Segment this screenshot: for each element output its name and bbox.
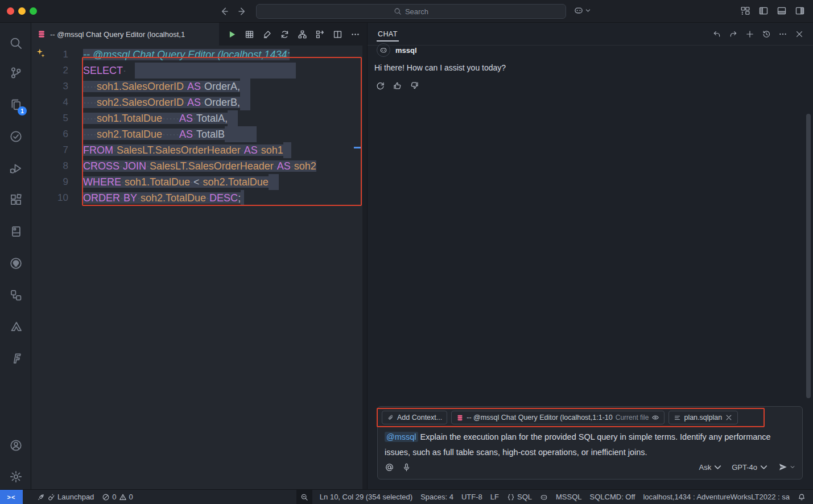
close-window-button[interactable] — [7, 7, 14, 15]
minimize-window-button[interactable] — [18, 7, 26, 15]
current-file-chip[interactable]: -- @mssql Chat Query Editor (localhost,1… — [451, 411, 665, 424]
status-encoding[interactable]: UTF-8 — [457, 490, 486, 504]
activity-item-gear[interactable] — [0, 467, 31, 486]
status-notifications[interactable] — [794, 490, 810, 504]
undo-icon[interactable] — [712, 30, 721, 39]
line-number: 5 — [31, 110, 83, 126]
activity-item-fabric[interactable] — [0, 349, 31, 368]
activity-item-source-control[interactable] — [0, 63, 31, 82]
layout-panel-icon[interactable] — [777, 6, 787, 16]
ellipsis-icon[interactable] — [350, 30, 360, 39]
send-button[interactable] — [778, 462, 795, 472]
status-language-mode[interactable]: SQL — [503, 490, 536, 504]
token: AS — [187, 97, 201, 108]
token: TotalB — [196, 129, 225, 140]
arrow-left-icon[interactable] — [219, 6, 230, 17]
activity-item-run-debug[interactable] — [0, 159, 31, 178]
plan-estimated-icon[interactable] — [298, 30, 307, 39]
run-icon[interactable] — [227, 30, 237, 39]
activity-item-explorer[interactable]: 1 — [0, 95, 31, 114]
token: SalesLT.SalesOrderHeader — [117, 144, 241, 156]
token: soh2 — [294, 160, 316, 172]
list-icon — [674, 414, 681, 422]
zoom-window-button[interactable] — [30, 7, 37, 15]
status-launchpad[interactable]: Launchpad — [33, 490, 98, 504]
activity-item-extensions[interactable] — [0, 190, 31, 209]
token: OrderB, — [204, 97, 240, 108]
copilot-icon — [540, 493, 548, 501]
code-text: ····soh1.SalesOrderID·AS·OrderA, — [83, 79, 250, 94]
status-zoom-control[interactable] — [296, 490, 312, 504]
add-context-chip[interactable]: Add Context... — [382, 411, 447, 424]
split-editor-icon[interactable] — [333, 30, 342, 39]
at-icon[interactable] — [385, 462, 394, 472]
history-icon[interactable] — [762, 30, 771, 39]
activity-item-notebook[interactable] — [0, 222, 31, 241]
activity-item-check-circle[interactable] — [0, 127, 31, 146]
status-connection[interactable]: localhost,1434 : AdventureWorksLT2022 : … — [639, 490, 794, 504]
status-indentation[interactable]: Spaces: 4 — [416, 490, 457, 504]
status-sqlcmd[interactable]: SQLCMD: Off — [586, 490, 639, 504]
mode-dropdown[interactable]: Ask — [699, 462, 723, 472]
token: BY — [123, 192, 137, 204]
status-cursor-position[interactable]: Ln 10, Col 29 (354 selected) — [316, 490, 416, 504]
activity-item-links[interactable] — [0, 286, 31, 305]
activity-item-search[interactable] — [0, 34, 31, 53]
chevron-down-icon — [759, 462, 769, 472]
eye-icon[interactable] — [651, 414, 659, 422]
token: FROM — [83, 144, 113, 156]
layout-sidebar-right-icon[interactable] — [795, 6, 805, 16]
plus-icon[interactable] — [745, 30, 754, 39]
code-line-1: 1-- @mssql Chat Query Editor (localhost,… — [31, 47, 362, 63]
chat-input-text[interactable]: @mssql Explain the execution plan for th… — [385, 429, 794, 460]
editor-tab[interactable]: -- @mssql Chat Query Editor (localhost,1 — [31, 23, 219, 46]
activity-item-account[interactable] — [0, 436, 31, 455]
selection-tail — [240, 79, 250, 94]
arrow-right-icon[interactable] — [236, 6, 247, 17]
tab-chat[interactable]: CHAT — [377, 24, 399, 44]
code-editor[interactable]: 1-- @mssql Chat Query Editor (localhost,… — [31, 46, 362, 489]
code-line-6: 6····soh2.TotalDue·····AS·TotalB — [31, 126, 362, 142]
code-text: CROSS·JOIN·SalesLT.SalesOrderHeader·AS·s… — [83, 158, 316, 174]
title-bar: Search — [0, 0, 813, 23]
redo-icon[interactable] — [729, 30, 738, 39]
layout-customize-icon[interactable] — [740, 6, 750, 16]
plan-actual-icon[interactable] — [315, 30, 325, 39]
layout-sidebar-left-icon[interactable] — [758, 6, 769, 16]
ellipsis-icon[interactable] — [778, 30, 787, 39]
selection-tail — [269, 174, 279, 190]
remote-indicator[interactable]: >< — [0, 490, 23, 504]
status-eol[interactable]: LF — [486, 490, 503, 504]
format-brush-icon[interactable] — [262, 30, 272, 39]
code-text: ····soh2.TotalDue·····AS·TotalB — [83, 126, 257, 142]
copilot-menu-button[interactable] — [573, 5, 591, 15]
zoom-magnifier-icon — [300, 493, 308, 501]
chat-scrollbar-thumb[interactable] — [806, 114, 811, 398]
status-mssql-provider[interactable]: MSSQL — [552, 490, 586, 504]
code-line-3: 3····soh1.SalesOrderID·AS·OrderA, — [31, 79, 362, 94]
thumbs-up-icon[interactable] — [393, 81, 402, 90]
change-connection-icon[interactable] — [280, 30, 290, 39]
chat-input-box[interactable]: Add Context...-- @mssql Chat Query Edito… — [377, 406, 803, 480]
plan-file-chip[interactable]: plan.sqlplan — [668, 411, 738, 424]
results-grid-icon[interactable] — [245, 30, 254, 39]
line-number: 6 — [31, 126, 83, 142]
send-icon — [778, 462, 788, 472]
regenerate-icon[interactable] — [375, 81, 385, 90]
database-icon — [37, 30, 46, 39]
close-icon[interactable] — [725, 414, 733, 422]
thumbs-down-icon[interactable] — [410, 81, 419, 90]
code-line-10: 10ORDER·BY·soh2.TotalDue·DESC; — [31, 190, 362, 206]
activity-item-azure[interactable] — [0, 317, 31, 336]
search-input[interactable]: Search — [256, 4, 566, 19]
status-problems[interactable]: 00 — [98, 490, 137, 504]
activity-item-github[interactable] — [0, 254, 31, 273]
model-dropdown[interactable]: GPT-4o — [732, 462, 769, 472]
mic-icon[interactable] — [402, 462, 411, 472]
status-label: 0 — [112, 493, 116, 501]
assistant-name: mssql — [395, 46, 417, 55]
status-label: Spaces: 4 — [420, 493, 453, 501]
search-placeholder: Search — [405, 7, 428, 16]
status-copilot-status[interactable] — [536, 490, 552, 504]
close-icon[interactable] — [795, 30, 804, 39]
